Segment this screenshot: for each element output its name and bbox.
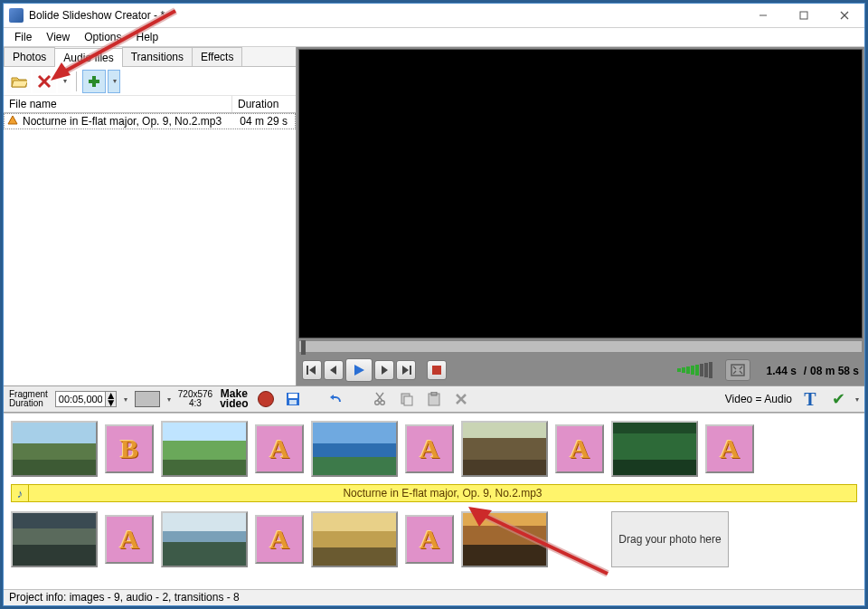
audio-file-icon xyxy=(6,115,19,128)
close-button[interactable] xyxy=(824,4,864,27)
timeline-thumb[interactable] xyxy=(311,421,398,477)
timeline-thumb[interactable] xyxy=(461,511,548,567)
add-file-button[interactable] xyxy=(7,70,31,93)
filelist-header: File name Duration xyxy=(4,96,296,113)
copy-button[interactable] xyxy=(397,389,417,409)
svg-rect-20 xyxy=(289,400,297,404)
menu-options[interactable]: Options xyxy=(77,29,128,45)
media-toolbar xyxy=(4,67,296,96)
col-filename[interactable]: File name xyxy=(4,96,232,112)
prev-frame-button[interactable] xyxy=(324,360,344,380)
svg-marker-12 xyxy=(354,365,364,376)
menu-file[interactable]: File xyxy=(7,29,39,45)
fragment-duration-label: Fragment Duration xyxy=(9,390,48,408)
copy-icon xyxy=(400,392,414,406)
timeline-thumb[interactable] xyxy=(461,421,548,477)
transition-a[interactable]: A xyxy=(405,515,454,564)
make-video-button[interactable]: Makevideo xyxy=(220,389,248,409)
add-to-timeline-button[interactable] xyxy=(82,70,106,93)
timeline-row-2: A A A Drag your photo here xyxy=(11,508,857,571)
svg-line-25 xyxy=(376,393,382,401)
menu-help[interactable]: Help xyxy=(129,29,166,45)
drop-photo-placeholder[interactable]: Drag your photo here xyxy=(611,511,729,567)
file-row[interactable]: Nocturne in E-flat major, Op. 9, No.2.mp… xyxy=(4,113,296,129)
timeline-thumb[interactable] xyxy=(161,421,248,477)
file-duration: 04 m 29 s xyxy=(230,115,293,128)
tab-effects[interactable]: Effects xyxy=(192,47,242,66)
svg-point-23 xyxy=(380,401,384,405)
tab-photos[interactable]: Photos xyxy=(4,47,55,66)
bg-color-swatch[interactable] xyxy=(135,391,160,407)
timeline-thumb[interactable] xyxy=(11,421,98,477)
dropdown-caret-icon[interactable]: ▾ xyxy=(124,395,127,404)
title-bar: Bolide Slideshow Creator - * xyxy=(4,4,864,28)
scrub-bar[interactable] xyxy=(298,340,863,353)
transition-a[interactable]: A xyxy=(255,424,304,473)
maximize-button[interactable] xyxy=(783,4,824,27)
status-bar: Project info: images - 9, audio - 2, tra… xyxy=(4,589,864,605)
transition-a[interactable]: A xyxy=(555,424,604,473)
check-icon: ✔ xyxy=(832,389,845,409)
remove-file-button[interactable] xyxy=(33,70,56,93)
tab-audio[interactable]: Audio files xyxy=(54,48,122,67)
timeline-thumb[interactable] xyxy=(611,421,698,477)
svg-marker-11 xyxy=(330,366,336,375)
timeline-thumb[interactable] xyxy=(161,511,248,567)
menu-view[interactable]: View xyxy=(39,29,77,45)
plus-icon xyxy=(87,74,101,89)
volume-indicator[interactable] xyxy=(677,362,712,378)
col-duration[interactable]: Duration xyxy=(232,96,296,112)
transition-a[interactable]: A xyxy=(705,424,754,473)
transition-a[interactable]: A xyxy=(255,515,304,564)
fragment-duration-input[interactable] xyxy=(55,391,106,407)
go-end-button[interactable] xyxy=(396,360,416,380)
delete-button[interactable] xyxy=(451,389,471,409)
transition-a[interactable]: A xyxy=(105,515,154,564)
undo-button[interactable] xyxy=(326,389,346,409)
stop-button[interactable] xyxy=(427,360,447,380)
save-icon xyxy=(286,392,300,406)
paste-button[interactable] xyxy=(424,389,444,409)
dropdown-caret-icon[interactable]: ▾ xyxy=(167,395,171,404)
playhead[interactable] xyxy=(301,340,306,355)
dropdown-caret-icon[interactable]: ▾ xyxy=(855,395,859,404)
folder-open-icon xyxy=(11,74,27,89)
file-name: Nocturne in E-flat major, Op. 9, No.2.mp… xyxy=(23,115,230,128)
media-tabs: Photos Audio files Transitions Effects xyxy=(4,47,296,67)
main-window: Bolide Slideshow Creator - * File View O… xyxy=(3,3,865,606)
svg-marker-13 xyxy=(382,366,388,375)
minimize-button[interactable] xyxy=(742,4,783,27)
audio-track[interactable]: ♪ Nocturne in E-flat major, Op. 9, No.2.… xyxy=(11,484,857,502)
play-button[interactable] xyxy=(345,358,373,382)
video-equals-audio-button[interactable]: Video = Audio xyxy=(725,393,792,405)
audio-clip[interactable]: Nocturne in E-flat major, Op. 9, No.2.mp… xyxy=(29,484,857,502)
next-frame-button[interactable] xyxy=(374,360,394,380)
svg-marker-10 xyxy=(309,366,316,375)
duration-spinner[interactable]: ▲▼ xyxy=(106,391,117,407)
remove-dropdown[interactable] xyxy=(58,70,71,93)
save-button[interactable] xyxy=(283,389,303,409)
menu-bar: File View Options Help xyxy=(4,28,864,47)
music-note-icon: ♪ xyxy=(11,484,29,502)
go-start-button[interactable] xyxy=(302,360,322,380)
svg-marker-8 xyxy=(8,116,17,124)
svg-line-24 xyxy=(377,393,383,401)
transition-b[interactable]: B xyxy=(105,424,154,473)
timeline-thumb[interactable] xyxy=(311,511,398,567)
timeline-row-1: B A A A A xyxy=(11,417,857,481)
timeline-thumb[interactable] xyxy=(11,511,98,567)
resolution-label: 720x576 4:3 xyxy=(178,390,212,408)
transition-a[interactable]: A xyxy=(405,424,454,473)
media-panel: Photos Audio files Transitions Effects xyxy=(4,47,297,385)
player-controls: 1.44 s / 08 m 58 s xyxy=(297,355,864,385)
fullscreen-button[interactable] xyxy=(725,359,750,381)
add-dropdown[interactable] xyxy=(108,70,120,93)
apply-button[interactable]: ✔ xyxy=(828,389,848,409)
cut-button[interactable] xyxy=(370,389,390,409)
status-text: Project info: images - 9, audio - 2, tra… xyxy=(9,591,240,604)
tab-transitions[interactable]: Transitions xyxy=(122,47,193,66)
preview-viewport xyxy=(298,49,863,338)
text-button[interactable]: T xyxy=(799,389,821,410)
record-button[interactable] xyxy=(256,389,276,409)
window-title: Bolide Slideshow Creator - * xyxy=(29,9,742,22)
